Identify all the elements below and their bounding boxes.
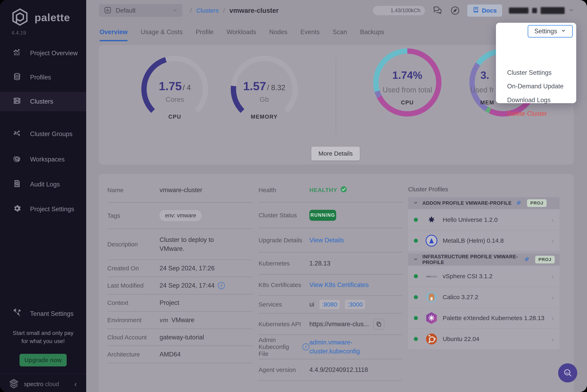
menu-item-cluster-settings[interactable]: Cluster Settings [507, 69, 552, 76]
tab-scan[interactable]: Scan [333, 22, 347, 42]
health-status: HEALTHY [309, 186, 347, 194]
pack-row-metallb[interactable]: MetalLB (Helm) 0.14.8 › [408, 230, 559, 251]
settings-button[interactable]: Settings [528, 25, 573, 38]
gear-icon [13, 204, 22, 214]
detail-row-last-modified: Last Modified 24 Sep 2024, 17:44 i [107, 277, 253, 294]
description-value: Cluster to deploy to VMware. [160, 236, 214, 253]
sidebar-item-profiles[interactable]: Profiles [0, 68, 86, 87]
view-details-link[interactable]: View Details [309, 236, 344, 244]
service-port-link[interactable]: :8080 [320, 300, 340, 309]
info-icon[interactable]: i [302, 344, 309, 350]
sidebar-item-label: Tenant Settings [30, 310, 74, 318]
sidebar-item-label: Clusters [30, 98, 53, 105]
tab-workloads[interactable]: Workloads [227, 22, 256, 42]
breadcrumb-clusters-link[interactable]: Clusters [196, 7, 219, 14]
tab-usage-costs[interactable]: Usage & Costs [141, 22, 183, 42]
upgrade-now-button[interactable]: Upgrade now [20, 354, 67, 366]
cpu-donut-label: Used from total [373, 86, 441, 94]
detail-row-cloud-account: Cloud Account gateway-tutorial [107, 329, 253, 346]
redacted-user-name [532, 8, 537, 13]
addon-profile-header[interactable]: ADDON PROFILE VMWARE-PROFILE PROJ [408, 197, 559, 209]
feedback-chat-icon[interactable] [432, 5, 443, 16]
copy-icon[interactable] [373, 319, 384, 330]
detail-row-k8s-certificates: K8s Certificates View K8s Certificates [259, 274, 402, 296]
last-modified-value: 24 Sep 2024, 17:44 [160, 282, 215, 289]
details-left-column: Name vmware-cluster Tags env: vmware Des… [107, 178, 253, 363]
metallb-icon [426, 235, 437, 246]
project-scope-icon [104, 6, 112, 15]
menu-item-download-logs[interactable]: Download Logs [507, 96, 551, 104]
tab-nodes[interactable]: Nodes [269, 22, 287, 42]
sidebar-item-audit-logs[interactable]: Audit Logs [0, 175, 86, 194]
pack-status-dot [414, 337, 418, 341]
spectro-cloud-logo-icon [8, 378, 20, 390]
infrastructure-profile-header[interactable]: INFRASTRUCTURE PROFILE VMWARE-PROFILE PR… [408, 254, 559, 266]
detail-row-tags: Tags env: vmware [107, 203, 253, 229]
project-selector-value: Default [116, 7, 136, 14]
tab-profile[interactable]: Profile [196, 22, 214, 42]
chevron-right-icon: › [552, 314, 554, 322]
sidebar-item-cluster-groups[interactable]: Cluster Groups [0, 124, 86, 144]
kubernetes-version-value: 1.28.13 [309, 260, 330, 267]
pack-row-vsphere-csi[interactable]: vmware vSphere CSI 3.1.2 › [408, 266, 559, 286]
stack-icon [13, 72, 22, 83]
cluster-name-value: vmware-cluster [160, 186, 202, 194]
environment-value: VMware [171, 316, 195, 324]
detail-row-context: Context Project [107, 294, 253, 312]
admin-kubeconfig-link[interactable]: admin.vmware- cluster.kubeconfig [309, 338, 360, 356]
redacted-user-name [541, 7, 565, 14]
brand: palette [10, 7, 70, 28]
sidebar-item-label: Project Overview [30, 50, 78, 57]
pack-row-palette-extended-kubernetes[interactable]: ✳ Palette eXtended Kubernetes 1.28.13 › [408, 308, 559, 328]
docs-button[interactable]: Docs [467, 4, 502, 17]
pack-row-ubuntu[interactable]: Ubuntu 22.04 › [408, 329, 559, 349]
search-fab-button[interactable] [558, 363, 577, 382]
agent-version-value: 4.4.9/20240912.1118 [309, 366, 368, 374]
user-account-menu[interactable] [509, 7, 574, 14]
project-selector[interactable]: Default [99, 4, 183, 17]
menu-item-delete-cluster[interactable]: Delete Cluster [507, 110, 547, 118]
pack-status-dot [414, 295, 418, 299]
detail-row-agent-version: Agent version 4.4.9/20240912.1118 [259, 359, 402, 381]
service-ports: ui :8080 :3000 [309, 300, 365, 309]
details-right-column: Health HEALTHY Cluster Status RUNNING Up… [259, 178, 402, 381]
proj-scope-badge: PROJ [535, 256, 555, 264]
sidebar-collapse-chevron-icon[interactable]: ‹ [74, 380, 77, 388]
created-on-value: 24 Sep 2024, 17:26 [160, 265, 215, 272]
servers-icon [13, 96, 22, 107]
sidebar-item-label: Workspaces [30, 156, 65, 163]
detail-row-admin-kubeconfig: Admin Kubeconfig File i admin.vmware- cl… [259, 335, 402, 359]
chevron-right-icon: › [552, 293, 554, 301]
architecture-value: AMD64 [160, 351, 181, 358]
sidebar-item-project-settings[interactable]: Project Settings [0, 200, 86, 219]
tab-overview[interactable]: Overview [100, 22, 128, 42]
chevron-down-icon [561, 28, 566, 35]
detail-row-health: Health HEALTHY [259, 178, 402, 202]
settings-dropdown-panel: Settings Cluster Settings On-Demand Upda… [496, 23, 576, 103]
more-details-button[interactable]: More Details [311, 147, 360, 160]
chevron-down-icon [413, 256, 418, 262]
service-port-link[interactable]: :3000 [345, 300, 365, 309]
view-k8s-certificates-link[interactable]: View K8s Certificates [309, 281, 369, 288]
pack-row-hello-universe[interactable]: Hello Universe 1.2.0 › [408, 210, 559, 230]
memory-gauge-unit: Gb [231, 96, 298, 104]
sidebar-item-clusters[interactable]: Clusters [0, 92, 86, 111]
sidebar-item-label: Cluster Groups [30, 130, 72, 138]
tab-events[interactable]: Events [300, 22, 320, 42]
tag-chip: env: vmware [160, 210, 202, 221]
menu-item-on-demand-update[interactable]: On-Demand Update [507, 83, 563, 90]
sidebar-item-tenant-settings[interactable]: Tenant Settings [0, 304, 86, 324]
detail-row-cluster-status: Cluster Status RUNNING [259, 202, 402, 228]
doc-search-icon [13, 179, 22, 190]
tab-backups[interactable]: Backups [360, 22, 384, 42]
link-icon[interactable] [516, 200, 522, 206]
sidebar-item-workspaces[interactable]: Workspaces [0, 150, 86, 169]
explore-compass-icon[interactable] [450, 5, 460, 16]
info-icon[interactable]: i [218, 282, 225, 289]
cluster-profiles-panel: Cluster Profiles ADDON PROFILE VMWARE-PR… [408, 186, 559, 352]
link-icon[interactable] [524, 256, 530, 263]
pack-row-calico[interactable]: Calico 3.27.2 › [408, 287, 559, 307]
detail-row-environment: Environment vm VMware [107, 312, 253, 329]
memory-donut-title: MEM [480, 100, 494, 106]
sidebar-item-project-overview[interactable]: Project Overview [0, 44, 86, 63]
